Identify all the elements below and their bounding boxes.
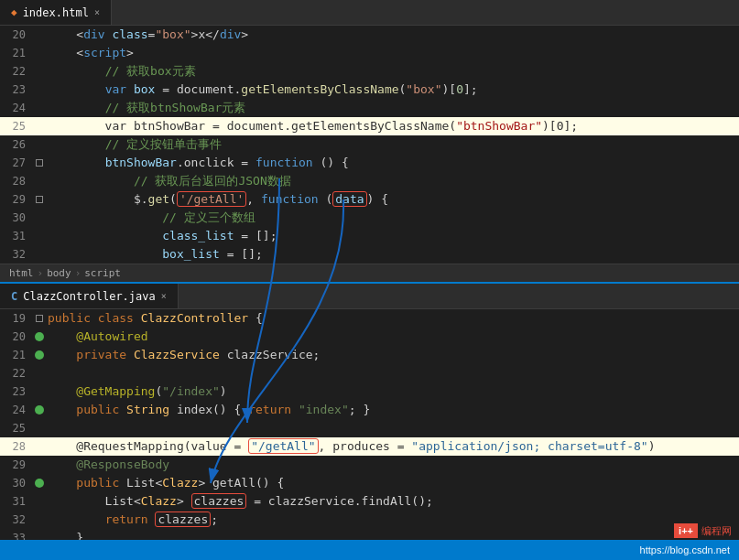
watermark-text: 编程网 bbox=[701, 524, 732, 538]
java-icon: C bbox=[11, 290, 17, 303]
breadcrumb: html › body › script bbox=[0, 264, 739, 282]
code-line-26: 26 // 定义按钮单击事件 bbox=[0, 135, 739, 154]
java-line-32: 32 return clazzes; bbox=[0, 511, 739, 529]
code-line-31: 31 class_list = []; bbox=[0, 227, 739, 245]
top-tab-bar: ◆ index.html × bbox=[0, 0, 739, 26]
html-icon: ◆ bbox=[11, 6, 17, 18]
watermark: i++ 编程网 bbox=[674, 523, 732, 538]
breadcrumb-item-script[interactable]: script bbox=[84, 267, 121, 279]
java-line-31: 31 List<Clazz> clazzes = clazzService.fi… bbox=[0, 492, 739, 511]
java-line-19: 19 public class ClazzController { bbox=[0, 309, 739, 328]
status-url: https://blog.csdn.net bbox=[640, 544, 730, 555]
java-line-25: 25 bbox=[0, 419, 739, 437]
java-line-30: 30 public List<Clazz> getAll() { bbox=[0, 474, 739, 492]
java-line-20: 20 @Autowired bbox=[0, 328, 739, 346]
code-line-21: 21 <script> bbox=[0, 44, 739, 62]
bottom-tab-close[interactable]: × bbox=[161, 291, 167, 301]
java-line-21: 21 private ClazzService clazzService; bbox=[0, 346, 739, 364]
code-line-27: 27 btnShowBar.onclick = function () { bbox=[0, 154, 739, 172]
top-tab-label: index.html bbox=[23, 6, 89, 19]
breadcrumb-item-body[interactable]: body bbox=[47, 267, 71, 279]
code-line-25: 25 var btnShowBar = document.getElements… bbox=[0, 117, 739, 135]
watermark-icon: i++ bbox=[674, 523, 698, 538]
java-line-29: 29 @ResponseBody bbox=[0, 456, 739, 474]
top-editor-panel: ◆ index.html × 20 <div class="box">x</di… bbox=[0, 0, 739, 282]
top-tab[interactable]: ◆ index.html × bbox=[0, 0, 112, 25]
code-line-23: 23 var box = document.getElementsByClass… bbox=[0, 81, 739, 99]
breadcrumb-item-html[interactable]: html bbox=[9, 267, 34, 279]
java-line-24: 24 public String index() { return "index… bbox=[0, 401, 739, 419]
java-line-22: 22 bbox=[0, 364, 739, 382]
bottom-tab-label: ClazzController.java bbox=[23, 290, 156, 303]
bottom-editor-panel: C ClazzController.java × 19 public class… bbox=[0, 282, 739, 547]
code-line-20: 20 <div class="box">x</div> bbox=[0, 26, 739, 44]
java-line-23: 23 @GetMapping("/index") bbox=[0, 382, 739, 401]
code-line-28: 28 // 获取后台返回的JSON数据 bbox=[0, 172, 739, 190]
bottom-tab-bar: C ClazzController.java × bbox=[0, 284, 739, 309]
top-tab-close[interactable]: × bbox=[94, 7, 100, 17]
top-code-area: 20 <div class="box">x</div> 21 <script> … bbox=[0, 26, 739, 264]
code-line-29: 29 $.get('/getAll', function (data) { bbox=[0, 190, 739, 209]
code-line-22: 22 // 获取box元素 bbox=[0, 62, 739, 81]
status-bar: https://blog.csdn.net bbox=[0, 540, 739, 560]
bottom-code-area: 19 public class ClazzController { 20 @Au… bbox=[0, 309, 739, 547]
code-line-30: 30 // 定义三个数组 bbox=[0, 209, 739, 227]
java-line-28: 28 @RequestMapping(value = "/getAll", pr… bbox=[0, 437, 739, 456]
code-line-32: 32 box_list = []; bbox=[0, 245, 739, 264]
bottom-tab[interactable]: C ClazzController.java × bbox=[0, 284, 179, 308]
code-line-24: 24 // 获取btnShowBar元素 bbox=[0, 99, 739, 117]
